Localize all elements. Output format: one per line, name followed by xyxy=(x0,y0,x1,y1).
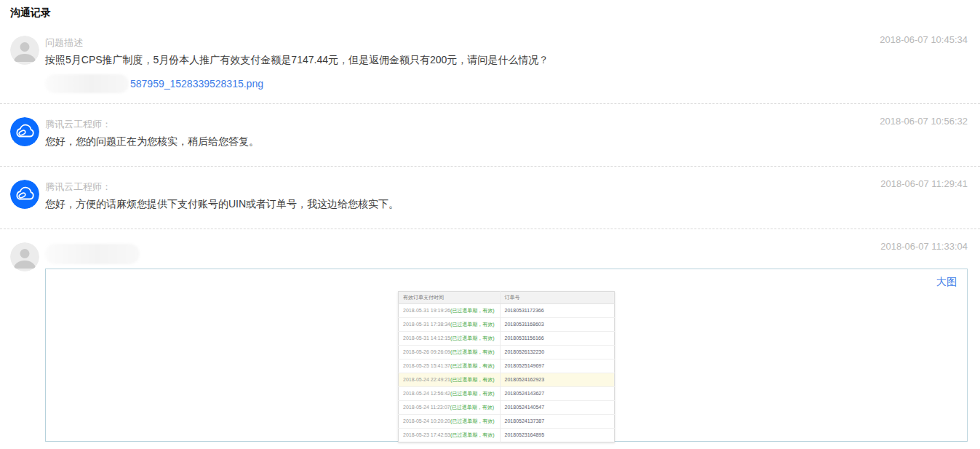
user-avatar-icon xyxy=(10,242,39,271)
message-content: 腾讯云工程师： 您好，您的问题正在为您核实，稍后给您答复。 xyxy=(45,119,968,148)
order-table-row: 2018-05-31 17:38:34(已过退单期，有效)20180531168… xyxy=(399,318,615,332)
author-label: 问题描述 xyxy=(45,37,859,49)
attached-image-box: 大图 有效订单支付时间 订单号 2018-05-31 19:19:26(已过退单… xyxy=(45,269,968,442)
order-table-row: 2018-05-24 10:20:20(已过退单期，有效)20180524137… xyxy=(399,415,615,429)
message-timestamp: 2018-06-07 11:33:04 xyxy=(880,241,968,252)
message-timestamp: 2018-06-07 10:45:34 xyxy=(880,34,968,45)
column-header-order-no: 订单号 xyxy=(500,292,614,304)
attachment-link[interactable]: 587959_1528339528315.png xyxy=(130,78,263,90)
message-timestamp: 2018-06-07 11:29:41 xyxy=(880,178,968,189)
order-table: 有效订单支付时间 订单号 2018-05-31 19:19:26(已过退单期，有… xyxy=(398,291,615,442)
user-avatar-icon xyxy=(10,36,39,65)
order-table-header-row: 有效订单支付时间 订单号 xyxy=(399,292,615,304)
page-header: 沟通记录 xyxy=(0,0,980,23)
order-table-row: 2018-05-31 14:12:15(已过退单期，有效)20180531156… xyxy=(399,332,615,346)
order-table-row: 2018-05-24 12:56:42(已过退单期，有效)20180524143… xyxy=(399,387,615,401)
column-header-pay-time: 有效订单支付时间 xyxy=(399,292,501,304)
order-table-row: 2018-05-24 11:23:07(已过退单期，有效)20180524140… xyxy=(399,401,615,415)
order-table-row: 2018-05-25 15:41:37(已过退单期，有效)20180525149… xyxy=(399,359,615,373)
author-label: 腾讯云工程师： xyxy=(45,181,859,193)
order-table-row: 2018-05-31 19:19:26(已过退单期，有效)20180531172… xyxy=(399,304,615,318)
order-table-row: 2018-05-24 22:49:21(已过退单期，有效)20180524162… xyxy=(399,373,615,387)
message-timestamp: 2018-06-07 10:56:32 xyxy=(880,116,968,127)
message-content: 大图 有效订单支付时间 订单号 2018-05-31 19:19:26(已过退单… xyxy=(45,244,968,442)
embedded-order-screenshot[interactable]: 有效订单支付时间 订单号 2018-05-31 19:19:26(已过退单期，有… xyxy=(398,291,615,442)
message-text: 按照5月CPS推广制度，5月份本人推广有效支付金额是7147.44元，但是返佣金… xyxy=(45,52,859,67)
message-content: 腾讯云工程师： 您好，方便的话麻烦您提供下支付账号的UIN或者订单号，我这边给您… xyxy=(45,181,968,211)
author-label: 腾讯云工程师： xyxy=(45,119,859,130)
message-content: 问题描述 按照5月CPS推广制度，5月份本人推广有效支付金额是7147.44元，… xyxy=(45,37,968,93)
tencent-cloud-avatar-icon xyxy=(10,117,39,146)
tencent-cloud-avatar-icon xyxy=(10,180,39,209)
message-engineer-reply-1: 腾讯云工程师： 您好，您的问题正在为您核实，稍后给您答复。 2018-06-07… xyxy=(0,103,980,166)
redacted-author-name xyxy=(45,244,968,264)
message-text: 您好，您的问题正在为您核实，稍后给您答复。 xyxy=(45,134,859,148)
page-title: 沟通记录 xyxy=(10,7,970,20)
order-table-row: 2018-05-26 09:26:09(已过退单期，有效)20180526132… xyxy=(399,346,615,359)
order-table-row: 2018-05-23 17:42:53(已过退单期，有效)20180523164… xyxy=(399,429,615,442)
message-user-screenshot: 大图 有效订单支付时间 订单号 2018-05-31 19:19:26(已过退单… xyxy=(0,229,980,449)
message-engineer-reply-2: 腾讯云工程师： 您好，方便的话麻烦您提供下支付账号的UIN或者订单号，我这边给您… xyxy=(0,166,980,229)
message-user-question: 问题描述 按照5月CPS推广制度，5月份本人推广有效支付金额是7147.44元，… xyxy=(0,23,980,103)
view-large-image-link[interactable]: 大图 xyxy=(936,276,957,289)
message-text: 您好，方便的话麻烦您提供下支付账号的UIN或者订单号，我这边给您核实下。 xyxy=(45,196,859,211)
redacted-attachment-prefix xyxy=(45,74,129,93)
attachment-row: 587959_1528339528315.png xyxy=(45,74,859,93)
